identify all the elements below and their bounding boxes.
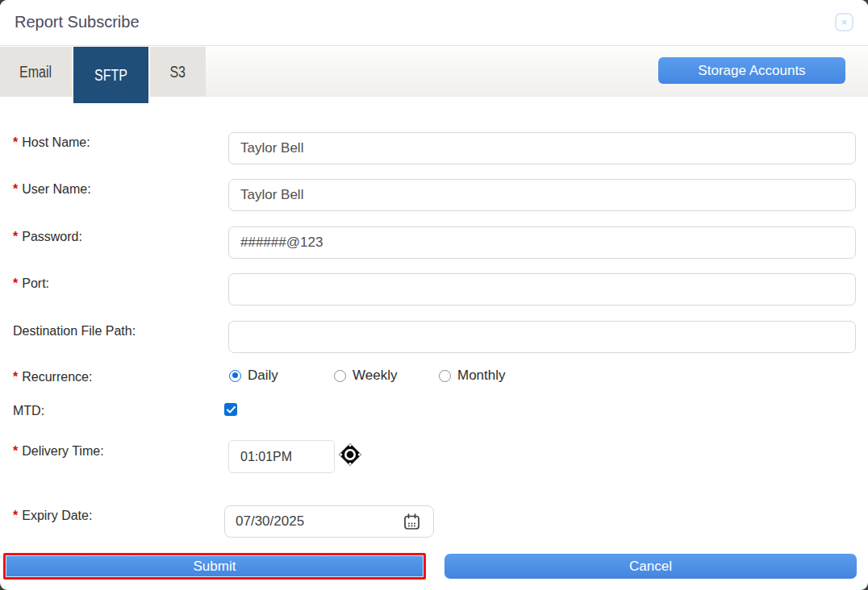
required-asterisk: * (13, 230, 18, 243)
recurrence-daily-label: Daily (248, 368, 278, 384)
required-asterisk: * (13, 276, 18, 290)
submit-button[interactable]: Submit (3, 553, 426, 580)
radio-unselected-icon[interactable] (334, 370, 346, 382)
delivery-time-label: *Delivery Time: (13, 444, 104, 459)
password-label: *Password: (13, 230, 82, 244)
port-label: *Port: (13, 276, 49, 291)
required-asterisk: * (13, 370, 18, 384)
cancel-button[interactable]: Cancel (444, 554, 857, 579)
destination-file-path-input[interactable] (228, 321, 856, 353)
calendar-icon[interactable] (403, 513, 420, 530)
user-name-label: *User Name: (13, 182, 91, 197)
delivery-time-input[interactable] (228, 440, 335, 473)
checkmark-icon (227, 406, 236, 413)
recurrence-weekly-label: Weekly (353, 368, 397, 384)
submit-button-label: Submit (194, 559, 236, 575)
recurrence-monthly-label: Monthly (457, 368, 506, 384)
radio-unselected-icon[interactable] (439, 370, 451, 382)
host-name-label: *Host Name: (13, 135, 90, 150)
port-input[interactable] (228, 273, 856, 305)
required-asterisk: * (13, 444, 18, 458)
password-input[interactable] (228, 226, 856, 259)
time-picker-move-icon[interactable] (338, 442, 362, 467)
report-subscribe-dialog: Report Subscribe × Email SFTP S3 Storage… (0, 0, 868, 590)
cancel-button-label: Cancel (629, 559, 672, 575)
radio-selected-icon[interactable] (229, 370, 241, 382)
host-name-input[interactable] (228, 132, 856, 164)
expiry-date-input[interactable] (225, 506, 386, 537)
recurrence-option-daily[interactable]: Daily (229, 368, 278, 384)
mtd-label: MTD: (13, 404, 44, 418)
required-asterisk: * (13, 135, 18, 149)
required-asterisk: * (13, 182, 18, 196)
user-name-input[interactable] (228, 179, 856, 211)
mtd-checkbox[interactable] (224, 403, 237, 416)
expiry-date-label: *Expiry Date: (13, 509, 92, 523)
subscribe-form: *Host Name: *User Name: *Password: *Port… (0, 0, 868, 590)
recurrence-option-weekly[interactable]: Weekly (334, 368, 397, 384)
destination-file-path-label: Destination File Path: (13, 324, 136, 339)
recurrence-option-monthly[interactable]: Monthly (439, 368, 506, 384)
recurrence-label: *Recurrence: (13, 370, 92, 384)
expiry-date-field (224, 505, 434, 538)
required-asterisk: * (13, 509, 18, 522)
